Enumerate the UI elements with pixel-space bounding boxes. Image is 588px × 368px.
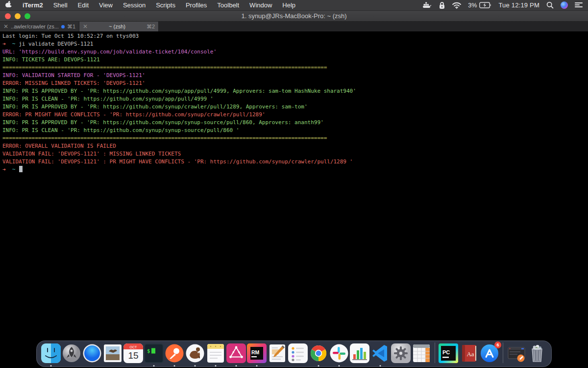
dock-iterm2[interactable]: $ — [144, 343, 164, 363]
launchpad-icon — [62, 343, 81, 363]
dock-calendar[interactable]: OCT 15 — [123, 343, 143, 363]
tab-crawler[interactable]: ✕ ..awler/crawler (zs... ⌘1 — [0, 22, 79, 31]
trash-full-icon — [527, 343, 547, 363]
menu-edit[interactable]: Edit — [78, 1, 89, 9]
mail-icon — [103, 343, 122, 363]
menu-bar: iTerm2 Shell Edit View Session Scripts P… — [0, 0, 588, 11]
vpn-lock-icon[interactable] — [439, 1, 445, 9]
dock-separator — [435, 342, 435, 363]
dock-separator — [503, 342, 503, 363]
zoom-window-button[interactable] — [24, 13, 30, 19]
dock: OCT 15 $ — [36, 341, 552, 367]
notes-icon — [206, 343, 225, 363]
dock-safari[interactable] — [82, 343, 102, 363]
svg-text:15: 15 — [128, 350, 138, 361]
menu-view[interactable]: View — [99, 1, 113, 9]
app-store-badge: 6 — [494, 342, 501, 348]
running-indicator — [153, 365, 155, 367]
menu-scripts[interactable]: Scripts — [156, 1, 175, 9]
desktop: iTerm2 Shell Edit View Session Scripts P… — [0, 0, 588, 368]
battery-status[interactable]: 3% — [468, 2, 491, 9]
terminal-line: INFO: PR IS CLEAN - 'PR: https://github.… — [2, 95, 588, 103]
running-indicator — [215, 365, 217, 367]
close-tab-icon[interactable]: ✕ — [3, 24, 8, 29]
dock-trash[interactable] — [527, 343, 547, 363]
svg-text:RM: RM — [251, 349, 260, 355]
tab-home-zsh[interactable]: ✕ ~ (zsh) ⌘2 — [79, 22, 159, 31]
iterm2-icon: $ — [144, 343, 164, 363]
close-tab-icon[interactable]: ✕ — [83, 24, 88, 29]
menu-iterm2[interactable]: iTerm2 — [23, 1, 43, 9]
tab-label: ~ (zsh) — [90, 24, 144, 29]
running-indicator — [236, 365, 237, 367]
terminal-line: ➜ ~ ji validate DEVOPS-1121 — [2, 40, 588, 48]
dock-launchpad[interactable] — [62, 343, 81, 363]
menu-profiles[interactable]: Profiles — [186, 1, 207, 9]
dock-reminders[interactable] — [288, 343, 308, 363]
dock-minimized-window[interactable] — [507, 343, 526, 363]
dock-slack[interactable] — [329, 343, 349, 363]
menu-help[interactable]: Help — [282, 1, 295, 9]
terminal-line: INFO: PR IS APPROVED BY - 'PR: https://g… — [2, 119, 588, 127]
terminal-line: Last login: Tue Oct 15 10:52:27 on ttys0… — [2, 32, 588, 40]
battery-charging-icon — [479, 2, 491, 8]
dock-mail[interactable] — [103, 343, 122, 363]
dock-numbers[interactable] — [350, 343, 369, 363]
svg-text:PC: PC — [442, 349, 450, 355]
menu-toolbelt[interactable]: Toolbelt — [217, 1, 239, 9]
dock-dbeaver[interactable] — [185, 343, 205, 363]
dock-finder[interactable] — [41, 343, 61, 363]
terminal-line: ERROR: MISSING LINKED TICKETS: 'DEVOPS-1… — [2, 79, 588, 87]
dock-system-preferences[interactable] — [391, 343, 411, 363]
terminal-cursor — [19, 166, 23, 172]
notification-center-icon[interactable] — [575, 2, 583, 9]
spotlight-search-icon[interactable] — [546, 1, 554, 9]
terminal-line: ========================================… — [2, 64, 588, 72]
pycharm-icon: PC — [439, 343, 458, 363]
terminal-output[interactable]: Last login: Tue Oct 15 10:52:27 on ttys0… — [0, 31, 588, 368]
minimize-window-button[interactable] — [15, 13, 21, 19]
menu-session[interactable]: Session — [123, 1, 146, 9]
terminal-line: INFO: PR IS APPROVED BY - 'PR: https://g… — [2, 87, 588, 95]
apple-logo-icon — [5, 0, 12, 9]
siri-icon[interactable] — [561, 1, 568, 9]
dock-pages[interactable] — [268, 343, 287, 363]
chrome-icon — [309, 343, 328, 363]
apple-menu[interactable] — [5, 0, 12, 10]
spreadsheet-icon — [412, 343, 431, 363]
terminal-line: ERROR: PR MIGHT HAVE CONFLICTS - 'PR: ht… — [2, 111, 588, 119]
running-indicator — [339, 365, 340, 367]
reminders-icon — [288, 343, 308, 363]
dock-pycharm[interactable]: PC — [439, 343, 458, 363]
docker-icon[interactable] — [422, 1, 432, 9]
running-indicator — [50, 365, 52, 367]
safari-icon — [82, 343, 102, 363]
dock-vscode[interactable] — [370, 343, 390, 363]
dock-dictionary[interactable]: Aa — [459, 343, 479, 363]
menu-bar-clock[interactable]: Tue 12:19 PM — [498, 1, 539, 9]
dock-postman[interactable] — [165, 343, 184, 363]
numbers-icon — [350, 343, 369, 363]
dock-graphql[interactable] — [226, 343, 246, 363]
tab-activity-dot — [61, 25, 65, 28]
dock-chrome[interactable] — [309, 343, 328, 363]
close-window-button[interactable] — [5, 13, 11, 19]
dock-rubymine[interactable]: RM — [247, 343, 267, 363]
running-indicator — [195, 365, 196, 367]
menu-window[interactable]: Window — [249, 1, 272, 9]
dbeaver-icon — [185, 343, 205, 363]
battery-percent: 3% — [468, 2, 477, 9]
dock-app-store[interactable]: 6 — [480, 343, 499, 363]
minimized-window-icon — [507, 343, 526, 363]
postman-icon — [165, 343, 184, 363]
rubymine-icon: RM — [247, 343, 267, 363]
running-indicator — [256, 365, 258, 367]
wifi-icon[interactable] — [452, 2, 461, 9]
svg-text:$: $ — [147, 348, 150, 354]
dock-spreadsheet[interactable] — [412, 343, 431, 363]
menu-shell[interactable]: Shell — [53, 1, 68, 9]
dock-notes[interactable] — [206, 343, 225, 363]
window-title: 1. synup@JRs-MacBook-Pro: ~ (zsh) — [0, 12, 588, 20]
terminal-line: INFO: PR IS APPROVED BY - 'PR: https://g… — [2, 103, 588, 111]
terminal-line: INFO: PR IS CLEAN - 'PR: https://github.… — [2, 127, 588, 134]
